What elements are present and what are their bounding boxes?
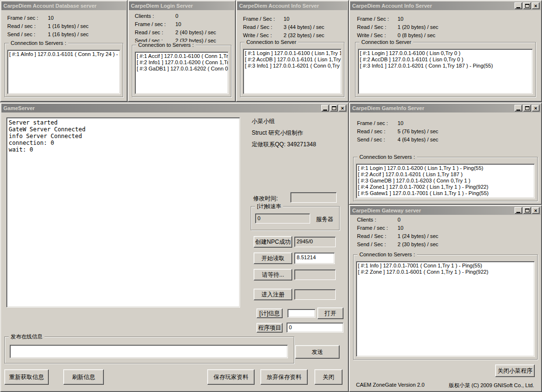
info-button[interactable]: [计]信息	[257, 308, 283, 318]
wait-field[interactable]	[294, 269, 336, 280]
publish-message-input[interactable]	[10, 345, 288, 358]
connection-list[interactable]: [ #:1 Login ] 127.0.0.1-6200 ( Lisn 1,Tr…	[356, 164, 535, 198]
enter-register-button[interactable]: 进入注册	[254, 289, 292, 300]
minimize-icon	[516, 7, 520, 8]
connection-item[interactable]: [ #:1 Login ] 127.0.0.1-6100 ( Lisn 0,Tr…	[360, 50, 531, 56]
connection-list[interactable]: [ #:1 Login ] 127.0.0.1-6100 ( Lisn 1,Tr…	[243, 49, 342, 94]
group-label: 发布在线信息	[9, 334, 44, 340]
titlebar[interactable]: CarpeDiem Login Server	[129, 1, 234, 10]
connection-item[interactable]: [ #:1 Accif ] 127.0.0.1-6100 ( Conn 1,Tr…	[137, 53, 227, 59]
save-player-data-button[interactable]: 保存玩家资料	[207, 369, 255, 385]
program-item-button[interactable]: 程序项目	[257, 323, 283, 333]
modify-time-field[interactable]	[290, 192, 337, 203]
connection-list[interactable]: [ #:1 AInfo ] 127.0.0.1-6101 ( Conn 1,Tr…	[7, 50, 120, 94]
please-wait-button[interactable]: 请等待...	[254, 269, 292, 280]
stat-value: 10	[398, 16, 438, 22]
maximize-button[interactable]	[330, 105, 338, 112]
open-button[interactable]: 打开	[317, 308, 343, 319]
close-button[interactable]: ×	[532, 207, 540, 214]
stat-label: Read / sec :	[135, 29, 175, 36]
npc-count-field[interactable]: 2945/0	[294, 237, 336, 247]
close-icon: ×	[534, 3, 537, 8]
close-icon: ×	[534, 208, 537, 213]
connection-item[interactable]: [ #:1 Login ] 127.0.0.1-6200 ( Lisn 1,Tr…	[358, 165, 533, 171]
connection-item[interactable]: [ #:1 AInfo ] 127.0.0.1-6101 ( Conn 1,Tr…	[9, 51, 118, 57]
stat-value: 2 (30 bytes) / sec	[398, 241, 438, 248]
stat-label: Clients :	[357, 217, 398, 223]
minimize-button[interactable]	[514, 2, 522, 9]
minimize-button[interactable]	[514, 105, 522, 112]
stat-label: Send / sec :	[357, 137, 398, 143]
discard-save-button[interactable]: 放弃保存资料	[260, 369, 308, 385]
frame-rate-group: [计]帧速率 0 服务器	[251, 206, 340, 230]
stat-value: 0	[175, 13, 216, 19]
connection-item[interactable]: [ #:4 Zone1 ] 127.0.0.1-7002 ( Lisn 1,Tr…	[358, 184, 533, 190]
window-title: CarpeDiem Login Server	[131, 3, 233, 9]
info-field[interactable]	[287, 309, 315, 318]
stat-label: Frame / sec :	[135, 21, 175, 28]
register-field[interactable]	[294, 289, 336, 300]
maximize-button[interactable]	[523, 2, 531, 9]
connection-list[interactable]: [ #:1 Accif ] 127.0.0.1-6100 ( Conn 1,Tr…	[135, 52, 228, 94]
server-log[interactable]: Server started GateW Server Connected in…	[6, 117, 240, 308]
maximize-button[interactable]	[523, 105, 531, 112]
titlebar[interactable]: CarpeDiem Account Info Server ×	[350, 1, 541, 10]
stat-value: 2 (40 bytes) / sec	[175, 29, 216, 36]
stat-value: 1 (16 bytes) / sec	[48, 31, 88, 38]
send-button[interactable]: 发送	[295, 345, 340, 359]
modify-time-label: 修改时间:	[253, 195, 278, 203]
connection-item[interactable]: [ #:3 Info1 ] 127.0.0.1-6201 ( Conn 1,Tr…	[360, 63, 531, 69]
refresh-info-button[interactable]: 刷新信息	[63, 369, 104, 385]
group-label: Connection to Server	[244, 39, 298, 45]
close-icon: ×	[341, 106, 344, 111]
stat-label: Read / Sec :	[357, 24, 398, 30]
stat-value: 10	[48, 15, 88, 21]
maximize-button[interactable]	[523, 207, 531, 214]
frame-rate-field[interactable]: 0	[255, 213, 310, 224]
connection-item[interactable]: [ #:3 Info1 ] 127.0.0.1-6201 ( Conn 0,Tr…	[245, 63, 340, 69]
stat-value: 10	[284, 16, 324, 22]
read-value-field[interactable]: 8.51214	[294, 252, 335, 264]
credit-contact: 定做联系QQ: 349271348	[252, 140, 316, 149]
program-item-field[interactable]: 0	[286, 322, 343, 333]
close-app-button[interactable]: 关闭小菜程序	[495, 364, 535, 377]
stat-label: Read / Sec :	[243, 24, 284, 30]
connection-item[interactable]: [ #:2 AccDB ] 127.0.0.1-6101 ( Lisn 0,Tr…	[360, 56, 531, 63]
stats-panel: Frame / sec : 10 Read / sec : 5 (76 byte…	[357, 120, 438, 143]
close-button[interactable]: ×	[532, 105, 540, 112]
create-npc-button[interactable]: 创建NPC成功	[254, 236, 292, 248]
close-button[interactable]: ×	[532, 2, 540, 9]
close-button[interactable]: ×	[339, 105, 346, 112]
window-title: CarpeDiem Gateway server	[352, 208, 513, 213]
titlebar[interactable]: GameServer ×	[1, 104, 347, 112]
refetch-info-button[interactable]: 重新获取信息	[4, 369, 49, 385]
connection-item[interactable]: [ #:3 GaDB1 ] 127.0.0.1-6202 ( Conn 0,Tr…	[137, 66, 227, 72]
maximize-icon	[332, 106, 336, 110]
connection-item[interactable]: [ #:2 Info1 ] 127.0.0.1-6200 ( Conn 1,Tr…	[137, 59, 227, 66]
connection-list[interactable]: [ #:1 Info ] 127.0.0.1-7001 ( Conn 1,Try…	[356, 261, 535, 357]
titlebar[interactable]: CarpeDiem Gateway server ×	[350, 206, 541, 215]
connection-item[interactable]: [ #:5 Gatew1 ] 127.0.0.1-7001 ( Lisn 1,T…	[358, 190, 533, 196]
stat-label: Read / sec :	[357, 128, 398, 135]
minimize-button[interactable]	[321, 105, 329, 112]
connections-group: Connection to Servers : [ #:1 Accif ] 12…	[132, 45, 231, 97]
connection-item[interactable]: [ #:2 Zone ] 127.0.0.1-6001 ( Conn 1,Try…	[358, 269, 533, 275]
window-gameinfo-server: CarpeDiem GameInfo Server × Frame / sec …	[349, 102, 542, 205]
titlebar[interactable]: CarpeDiem Account Database server	[1, 1, 126, 10]
maximize-icon	[525, 4, 529, 8]
minimize-button[interactable]	[514, 207, 522, 214]
close-button-gameserver[interactable]: 关闭	[314, 369, 342, 385]
stat-value: 10	[398, 225, 438, 231]
connection-item[interactable]: [ #:2 Accif ] 127.0.0.1-6201 ( Lisn 1,Tr…	[358, 171, 533, 178]
connection-item[interactable]: [ #:1 Login ] 127.0.0.1-6100 ( Lisn 1,Tr…	[245, 50, 340, 56]
start-read-button[interactable]: 开始读取	[254, 252, 292, 264]
titlebar[interactable]: CarpeDiem Account Info Server	[237, 1, 347, 10]
stat-value: 4 (64 bytes) / sec	[398, 137, 438, 143]
version-text: CAEM ZoneGate Version 2.0	[356, 382, 425, 388]
connection-list[interactable]: [ #:1 Login ] 127.0.0.1-6100 ( Lisn 0,Tr…	[358, 49, 533, 94]
window-game-server: GameServer × Server started GateW Server…	[0, 102, 349, 392]
connection-item[interactable]: [ #:1 Info ] 127.0.0.1-7001 ( Conn 1,Try…	[358, 263, 533, 269]
titlebar[interactable]: CarpeDiem GameInfo Server ×	[350, 104, 541, 112]
connection-item[interactable]: [ #:3 GameDB ] 127.0.0.1-6203 ( Conn 0,T…	[358, 178, 533, 184]
connection-item[interactable]: [ #:2 AccDB ] 127.0.0.1-6101 ( Lisn 1,Tr…	[245, 56, 340, 63]
